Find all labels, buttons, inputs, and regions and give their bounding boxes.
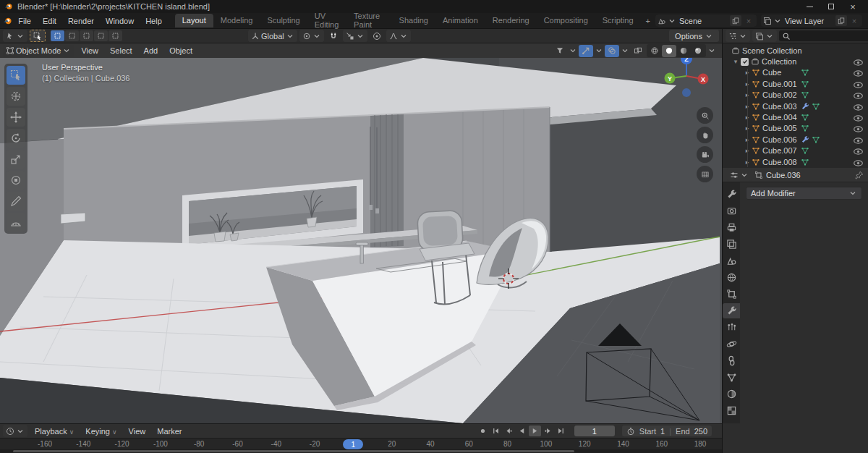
outliner-display-mode-button[interactable] [752, 30, 777, 42]
tab-sculpting[interactable]: Sculpting [260, 14, 307, 27]
hide-toggle-eye-icon[interactable] [853, 102, 864, 111]
xray-toggle[interactable] [631, 45, 645, 57]
tool-rotate-button[interactable] [7, 129, 25, 148]
pan-button[interactable] [697, 127, 713, 143]
hide-toggle-eye-icon[interactable] [853, 57, 864, 66]
menu-render[interactable]: Render [62, 15, 100, 27]
viewport-menu-view[interactable]: View [75, 45, 104, 56]
snap-target-dropdown[interactable] [343, 30, 367, 42]
viewport-3d[interactable]: Object Mode ViewSelectAddObject [0, 43, 722, 423]
chevron-down-icon[interactable] [707, 46, 716, 55]
tool-scale-button[interactable] [7, 150, 25, 169]
properties-tab-output[interactable] [723, 220, 740, 235]
hide-toggle-eye-icon[interactable] [853, 146, 864, 155]
hide-toggle-eye-icon[interactable] [853, 80, 864, 88]
outliner-row-scene-collection[interactable]: Scene Collection [723, 45, 868, 56]
timeline-menu-view[interactable]: View [123, 426, 152, 437]
outliner-search[interactable] [779, 30, 868, 41]
record-button[interactable] [477, 426, 489, 436]
collection-checkbox[interactable] [741, 58, 749, 66]
outliner-item-cube-005[interactable]: ▸Cube.005 [723, 123, 868, 134]
playhead-current-frame[interactable]: 1 [343, 439, 363, 449]
properties-tab-texture[interactable] [723, 403, 740, 418]
camera-view-button[interactable] [697, 146, 713, 163]
pin-icon[interactable] [855, 171, 864, 179]
select-mode-extend[interactable] [65, 30, 79, 41]
select-mode-subtract[interactable] [80, 30, 93, 41]
shading-wireframe-button[interactable] [647, 45, 662, 57]
properties-tab-physics[interactable] [723, 336, 740, 352]
prev-keyframe-button[interactable] [503, 426, 515, 436]
viewport-menu-add[interactable]: Add [138, 45, 164, 56]
properties-tab-data[interactable] [723, 370, 740, 385]
proportional-editing-toggle[interactable] [370, 30, 384, 42]
tab-compositing[interactable]: Compositing [537, 14, 595, 27]
play-reverse-button[interactable] [516, 426, 528, 436]
menu-edit[interactable]: Edit [37, 15, 62, 27]
properties-tab-scene[interactable] [723, 253, 740, 268]
play-button[interactable] [529, 426, 541, 436]
new-view-layer-button[interactable] [835, 15, 847, 26]
add-modifier-dropdown[interactable]: Add Modifier [746, 187, 862, 200]
timeline-scrollbar[interactable] [0, 449, 722, 453]
select-mode-invert[interactable] [94, 30, 108, 41]
remove-view-layer-button[interactable]: × [848, 15, 860, 26]
timeline-editor-type-button[interactable] [3, 425, 27, 437]
close-button[interactable]: × [842, 0, 864, 13]
hide-toggle-eye-icon[interactable] [853, 135, 864, 144]
options-button[interactable]: Options [669, 30, 719, 42]
jump-end-button[interactable] [555, 426, 567, 436]
timeline-menu-playback[interactable]: Playback ∨ [29, 426, 80, 437]
hide-toggle-eye-icon[interactable] [853, 90, 864, 99]
tab-animation[interactable]: Animation [435, 14, 485, 27]
properties-tab-view-layer[interactable] [723, 237, 740, 252]
outliner-item-cube-008[interactable]: ▸Cube.008 [723, 156, 868, 167]
toggle-ortho-button[interactable] [697, 166, 713, 182]
timeline-ruler[interactable]: -160-140-120-100-80-60-40-20120406080100… [0, 438, 722, 449]
tool-select-box-button[interactable] [7, 66, 25, 85]
properties-tab-constraints[interactable] [723, 353, 740, 368]
properties-tab-render[interactable] [723, 203, 740, 219]
select-mode-intersect[interactable] [109, 30, 122, 41]
outliner-row-collection[interactable]: ▾ Collection [723, 56, 868, 67]
properties-tab-object[interactable] [723, 287, 740, 302]
outliner-item-cube-002[interactable]: ▸Cube.002 [723, 90, 868, 101]
minimize-button[interactable] [799, 0, 820, 13]
tool-cursor-button[interactable] [7, 87, 25, 106]
outliner-search-input[interactable] [793, 32, 868, 40]
tool-annotate-button[interactable] [7, 192, 25, 211]
properties-tab-world[interactable] [723, 270, 740, 285]
tab-rendering[interactable]: Rendering [485, 14, 537, 27]
active-tool-button[interactable] [30, 30, 46, 42]
shading-solid-button[interactable] [662, 45, 676, 57]
timeline-menu-marker[interactable]: Marker [151, 426, 187, 437]
editor-type-button[interactable] [3, 30, 27, 42]
tool-measure-button[interactable] [7, 213, 25, 232]
tab-layout[interactable]: Layout [175, 14, 213, 27]
next-keyframe-button[interactable] [542, 426, 554, 436]
collapse-icon[interactable]: ▾ [731, 58, 740, 65]
properties-tab-modifiers[interactable] [723, 303, 740, 318]
properties-tab-particles[interactable] [723, 320, 740, 335]
gizmo-negative-z-axis[interactable] [682, 88, 691, 97]
hide-toggle-eye-icon[interactable] [853, 68, 864, 77]
outliner-item-cube[interactable]: ▸Cube [723, 67, 868, 78]
outliner-editor-type-button[interactable] [726, 30, 750, 42]
outliner-item-cube-001[interactable]: ▸Cube.001 [723, 78, 868, 89]
shading-rendered-button[interactable] [691, 45, 705, 57]
jump-start-button[interactable] [490, 426, 502, 436]
tool-transform-button[interactable] [7, 171, 25, 190]
viewport-menu-object[interactable]: Object [163, 45, 198, 56]
view-layer-selector[interactable]: View Layer × [761, 14, 862, 27]
maximize-button[interactable] [820, 0, 842, 13]
properties-editor-type-button[interactable] [727, 169, 752, 181]
scrollbar-thumb[interactable] [13, 450, 574, 452]
hide-toggle-eye-icon[interactable] [853, 158, 864, 166]
properties-tab-material[interactable] [723, 386, 740, 402]
chevron-down-icon[interactable] [621, 46, 629, 55]
zoom-button[interactable] [697, 107, 713, 124]
mode-dropdown[interactable]: Object Mode [3, 45, 74, 57]
hide-toggle-eye-icon[interactable] [853, 124, 864, 132]
scene-selector[interactable]: Scene × [655, 14, 757, 27]
properties-tab-tool[interactable] [723, 187, 740, 202]
